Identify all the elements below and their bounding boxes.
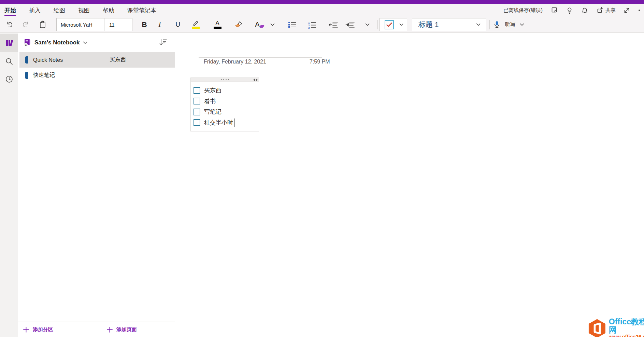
highlight-button[interactable]	[190, 16, 201, 32]
notebooks-button[interactable]	[0, 34, 18, 52]
bullet-list-button[interactable]	[287, 16, 298, 32]
font-group-chevron[interactable]	[268, 16, 276, 32]
clear-format-label: A	[255, 20, 259, 28]
navigation-rail	[0, 33, 18, 337]
font-name-select[interactable]: Microsoft YaH	[57, 22, 104, 28]
toolbar-divider	[282, 20, 282, 29]
page-item[interactable]: 买东西	[101, 52, 175, 68]
fullscreen-icon[interactable]	[623, 7, 630, 14]
tab-class-notebook[interactable]: 课堂笔记本	[127, 4, 156, 16]
search-button[interactable]	[0, 53, 18, 70]
todo-checkbox[interactable]	[194, 119, 200, 126]
tab-draw[interactable]: 绘图	[54, 4, 65, 16]
menu-bar: 开始 插入 绘图 视图 帮助 课堂笔记本 已离线保存(错误)	[0, 4, 644, 16]
format-painter-button[interactable]	[233, 16, 245, 32]
lightbulb-icon[interactable]	[566, 6, 573, 14]
note-drag-handle[interactable]	[191, 78, 259, 82]
todo-checkbox[interactable]	[194, 98, 200, 104]
notebook-sidebar: Sam's Notebook Quick Notes	[18, 33, 175, 337]
tab-insert[interactable]: 插入	[29, 4, 41, 16]
format-toolbar: Microsoft YaH 11 B I U A	[0, 16, 644, 33]
bold-button[interactable]: B	[139, 16, 149, 32]
tab-view[interactable]: 视图	[78, 4, 90, 16]
plus-icon	[23, 327, 29, 333]
todo-text[interactable]: 社交半小时	[204, 119, 233, 127]
add-page-button[interactable]: 添加页面	[107, 322, 137, 337]
italic-label: I	[159, 20, 161, 29]
section-item-quick-notes[interactable]: Quick Notes	[19, 52, 101, 68]
note-container: 买东西 看书 写笔记 社交半小时	[190, 78, 259, 131]
tag-chevron-icon	[399, 23, 403, 26]
page-label: 买东西	[110, 56, 126, 64]
todo-row: 买东西	[191, 85, 259, 96]
text-caret	[234, 118, 234, 127]
paragraph-group-chevron[interactable]	[363, 16, 371, 32]
indent-icon	[345, 20, 355, 29]
redo-icon	[22, 20, 30, 29]
paste-button[interactable]	[38, 16, 48, 32]
todo-row: 看书	[191, 96, 259, 107]
notebook-chevron-icon	[83, 41, 87, 44]
share-button[interactable]: 共享	[596, 6, 616, 14]
italic-button[interactable]: I	[155, 16, 165, 32]
outdent-icon	[329, 20, 338, 29]
note-resize-arrows[interactable]	[253, 79, 258, 81]
tab-help[interactable]: 帮助	[103, 4, 114, 16]
pages-list: 买东西	[101, 52, 175, 322]
sort-button[interactable]	[159, 38, 167, 46]
format-painter-icon	[235, 20, 244, 29]
sections-list: Quick Notes 快速笔记	[18, 52, 101, 322]
font-color-button[interactable]: A	[212, 16, 223, 32]
todo-text[interactable]: 写笔记	[204, 108, 221, 116]
style-select[interactable]: 标题 1	[412, 18, 486, 31]
todo-tag-button[interactable]	[380, 18, 407, 31]
watermark-logo-icon	[587, 318, 607, 337]
font-color-bar	[214, 27, 221, 29]
dictate-button[interactable]: 听写	[492, 16, 533, 32]
page-date-line: Friday, February 12, 2021 7:59 PM	[204, 59, 330, 65]
font-size-select[interactable]: 11	[104, 18, 132, 31]
todo-checkbox[interactable]	[194, 109, 200, 115]
notebook-title: Sam's Notebook	[34, 39, 80, 46]
indent-button[interactable]	[345, 16, 356, 32]
toolbar-divider	[377, 20, 378, 29]
more-icon[interactable]	[638, 9, 641, 12]
notifications-bell-icon[interactable]	[581, 6, 589, 14]
todo-text[interactable]: 买东西	[204, 86, 221, 94]
column-divider	[101, 52, 101, 337]
sidebar-bottom-bar: 添加分区 添加页面	[18, 322, 175, 337]
sync-status[interactable]: 已离线保存(错误)	[503, 7, 543, 14]
page-canvas[interactable]: Friday, February 12, 2021 7:59 PM 买东西 看书	[175, 33, 644, 337]
highlight-color-bar	[192, 27, 200, 29]
section-tab-icon	[25, 71, 29, 79]
ribbon-tabs: 开始 插入 绘图 视图 帮助 课堂笔记本	[4, 4, 156, 16]
todo-text[interactable]: 看书	[204, 97, 216, 105]
undo-icon	[5, 20, 14, 29]
todo-row: 写笔记	[191, 107, 259, 117]
numbered-list-button[interactable]: 123	[306, 16, 317, 32]
clear-formatting-button[interactable]: A	[252, 16, 263, 32]
eraser-shape	[259, 25, 264, 28]
notebook-switcher[interactable]: Sam's Notebook	[23, 38, 87, 47]
microphone-icon	[493, 20, 501, 28]
toolbar-divider	[489, 20, 490, 29]
outdent-button[interactable]	[328, 16, 339, 32]
recent-notes-button[interactable]	[0, 70, 18, 88]
notebook-sync-icon	[23, 38, 31, 47]
undo-button[interactable]	[4, 16, 15, 32]
todo-checkbox[interactable]	[194, 87, 200, 94]
tab-home[interactable]: 开始	[4, 4, 16, 16]
redo-button[interactable]	[20, 16, 31, 32]
drag-dots-icon	[221, 79, 229, 80]
section-tab-icon	[25, 56, 29, 64]
sort-icon	[159, 38, 167, 46]
page-date: Friday, February 12, 2021	[204, 59, 266, 65]
add-section-button[interactable]: 添加分区	[23, 322, 53, 337]
todo-list: 买东西 看书 写笔记 社交半小时	[191, 82, 259, 128]
search-icon	[5, 57, 13, 66]
arrow-right-icon	[256, 79, 258, 81]
section-item-quick-notes-zh[interactable]: 快速笔记	[19, 68, 101, 83]
feed-icon[interactable]	[550, 6, 558, 14]
underline-button[interactable]: U	[173, 16, 183, 32]
todo-tag-checkbox-icon	[385, 20, 394, 29]
